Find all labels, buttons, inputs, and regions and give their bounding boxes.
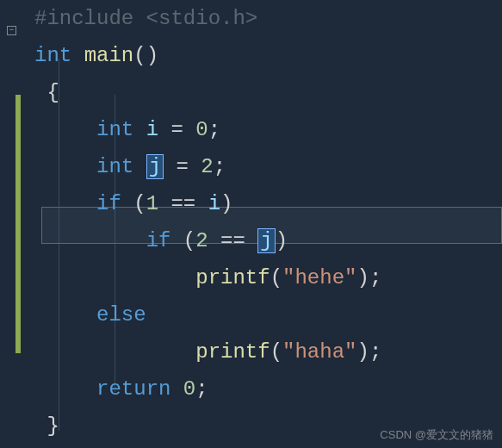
- code-line[interactable]: if (2 == j): [34, 222, 502, 259]
- semicolon: ;: [195, 377, 208, 401]
- keyword-int: int: [34, 44, 71, 67]
- code-line[interactable]: if (1 == i): [34, 185, 502, 222]
- code-line[interactable]: printf("haha");: [34, 333, 502, 370]
- code-line[interactable]: return 0;: [34, 370, 502, 408]
- paren-close: ): [356, 340, 369, 364]
- variable-highlighted: j: [146, 154, 164, 179]
- code-area[interactable]: #include <stdio.h> int main() { int i = …: [15, 0, 502, 445]
- variable-highlighted: j: [257, 228, 275, 253]
- keyword-else: else: [96, 303, 146, 327]
- open-brace: {: [46, 81, 59, 104]
- paren-close: ): [220, 192, 232, 215]
- operator: =: [158, 118, 195, 141]
- watermark: CSDN @爱文文的猪猪: [380, 427, 493, 443]
- gutter: −: [0, 0, 15, 445]
- code-line[interactable]: int main(): [34, 37, 502, 74]
- code-line[interactable]: int i = 0;: [34, 111, 502, 148]
- paren-open: (: [170, 229, 195, 252]
- paren-close: ): [356, 266, 369, 289]
- code-line[interactable]: #include <stdio.h>: [34, 0, 502, 37]
- keyword-int: int: [96, 118, 133, 141]
- keyword-return: return: [96, 377, 170, 401]
- code-line[interactable]: else: [34, 296, 502, 333]
- variable: i: [146, 118, 158, 141]
- keyword-int: int: [96, 155, 133, 178]
- semicolon: ;: [369, 266, 381, 289]
- function-call: printf: [195, 266, 270, 289]
- keyword-if: if: [146, 229, 171, 252]
- semicolon: ;: [214, 155, 226, 178]
- code-line[interactable]: printf("hehe");: [34, 259, 502, 296]
- paren-open: (: [121, 192, 146, 215]
- code-line[interactable]: int j = 2;: [34, 148, 502, 185]
- number-literal: 2: [195, 229, 208, 252]
- operator: =: [164, 155, 201, 178]
- keyword-if: if: [96, 192, 121, 215]
- close-brace: }: [46, 414, 59, 438]
- string-literal: "haha": [282, 340, 356, 364]
- number-literal: 0: [170, 377, 195, 401]
- number-literal: 1: [146, 192, 158, 215]
- parentheses: (): [133, 44, 158, 67]
- paren-open: (: [270, 266, 282, 289]
- semicolon: ;: [369, 340, 381, 364]
- code-line[interactable]: {: [34, 74, 502, 111]
- paren-close: ): [276, 229, 288, 252]
- operator: ==: [158, 192, 208, 215]
- number-literal: 2: [201, 155, 213, 178]
- number-literal: 0: [195, 118, 208, 141]
- string-literal: "hehe": [282, 266, 356, 289]
- code-editor[interactable]: − #include <stdio.h> int main() { int i …: [0, 0, 502, 445]
- semicolon: ;: [208, 118, 220, 141]
- paren-open: (: [270, 340, 282, 364]
- function-name: main: [84, 44, 134, 67]
- operator: ==: [208, 229, 258, 252]
- function-call: printf: [195, 340, 270, 364]
- variable: i: [208, 192, 220, 215]
- include-directive: #include <stdio.h>: [34, 7, 257, 30]
